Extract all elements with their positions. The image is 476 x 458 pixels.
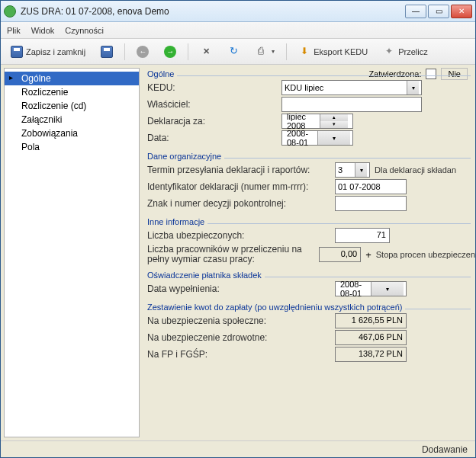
na-zdrow-value: 467,06 PLN: [335, 330, 407, 345]
date-field[interactable]: 2008-08-01 ▾: [281, 130, 353, 146]
decl-for-field[interactable]: lipiec 2008 ▴▾: [281, 114, 353, 129]
group-osw: Oświadczenie płatnika składek: [147, 271, 265, 280]
save-icon: [101, 46, 113, 58]
nav-label: Rozliczenie (cd): [21, 101, 86, 111]
export-kedu-label: Eksport KEDU: [314, 47, 368, 56]
menu-actions[interactable]: Czynności: [65, 26, 104, 35]
app-window: ZUS DRA: 01 07-2008, enova Demo — ▭ ✕ Pl…: [0, 0, 476, 458]
data-wyp-field[interactable]: 2008-08-01 ▾: [335, 281, 407, 296]
owner-label: Właściciel:: [147, 99, 277, 110]
data-wyp-value: 2008-08-01: [338, 280, 371, 298]
plus-icon[interactable]: +: [365, 249, 371, 261]
status-mode: Dodawanie: [422, 444, 468, 455]
ident-label: Identyfikator deklaracji (numer mm-rrrr)…: [147, 181, 330, 192]
nav-label: Pola: [21, 142, 40, 152]
back-icon: [137, 46, 149, 58]
menu-file[interactable]: Plik: [7, 26, 21, 35]
spin-up-icon[interactable]: ▴: [320, 114, 348, 121]
print-button[interactable]: ▾: [249, 43, 280, 61]
nav-item-zobowiazania[interactable]: Zobowiązania: [5, 127, 139, 140]
spin-down-icon[interactable]: ▾: [320, 121, 348, 128]
save-close-label: Zapisz i zamknij: [26, 47, 85, 56]
decl-for-label: Deklaracja za:: [147, 116, 277, 127]
recalc-button[interactable]: Przelicz: [378, 43, 433, 61]
liczba-prac-value: 0,00: [319, 247, 362, 262]
calc-icon: [383, 46, 395, 58]
tools-icon: [200, 46, 212, 58]
nav-item-rozliczenie-cd[interactable]: Rozliczenie (cd): [5, 99, 139, 113]
na-spol-value: 1 626,55 PLN: [335, 313, 407, 328]
nav-item-rozliczenie[interactable]: Rozliczenie: [5, 85, 139, 99]
kedu-value: KDU lipiec: [285, 83, 323, 92]
refresh-icon: [227, 46, 240, 58]
export-kedu-button[interactable]: Eksport KEDU: [293, 43, 373, 61]
group-general: Ogólne: [147, 69, 177, 78]
close-button[interactable]: ✕: [451, 5, 472, 18]
titlebar: ZUS DRA: 01 07-2008, enova Demo — ▭ ✕: [1, 1, 475, 22]
recalc-label: Przelicz: [398, 47, 428, 56]
tree-toggle-icon[interactable]: ▸: [9, 74, 17, 82]
na-fp-label: Na FP i FGŚP:: [147, 349, 330, 360]
app-icon: [4, 5, 16, 18]
chevron-down-icon: ▾: [355, 163, 367, 177]
chevron-down-icon: ▾: [272, 48, 275, 55]
back-button[interactable]: [131, 43, 154, 61]
nav-item-pola[interactable]: Pola: [5, 140, 139, 154]
group-org: Dane organizacyjne: [147, 152, 224, 161]
znak-label: Znak i numer decyzji pokontrolnej:: [147, 198, 330, 209]
menubar: Plik Widok Czynności: [1, 22, 475, 39]
nav-label: Rozliczenie: [21, 87, 68, 98]
liczba-ub-label: Liczba ubezpieczonych:: [147, 230, 330, 241]
toolbar: Zapisz i zamknij ▾ Eksport KEDU Przelicz: [1, 39, 475, 65]
date-value: 2008-08-01: [285, 129, 317, 147]
export-icon: [298, 46, 310, 58]
minimize-button[interactable]: —: [405, 5, 426, 18]
forward-icon: [164, 46, 176, 58]
group-other: Inne informacje: [147, 217, 207, 226]
separator: [286, 43, 287, 60]
nav-item-zalaczniki[interactable]: Załączniki: [5, 113, 139, 127]
na-spol-label: Na ubezpieczenia społeczne:: [147, 315, 330, 326]
kedu-label: KEDU:: [147, 82, 277, 93]
nav-label: Załączniki: [21, 114, 62, 125]
ident-field[interactable]: [335, 179, 407, 194]
statusbar: Dodawanie: [1, 440, 475, 457]
save-icon: [11, 46, 23, 58]
termin-value: 3: [338, 165, 343, 175]
chevron-down-icon: ▾: [407, 81, 419, 94]
termin-note: Dla deklaracji składan: [375, 165, 456, 175]
liczba-ub-value[interactable]: 71: [335, 228, 390, 243]
na-fp-value: 138,72 PLN: [335, 347, 407, 362]
date-label: Data:: [147, 133, 277, 143]
kedu-combo[interactable]: KDU lipiec ▾: [281, 80, 422, 95]
nav-tree[interactable]: ▸ Ogólne Rozliczenie Rozliczenie (cd) Za…: [4, 68, 140, 437]
form-panel: Zatwierdzona: Nie Ogólne KEDU: KDU lipie…: [140, 65, 475, 440]
data-wyp-label: Data wypełnienia:: [147, 283, 330, 294]
body: ▸ Ogólne Rozliczenie Rozliczenie (cd) Za…: [1, 65, 475, 440]
decl-for-value: lipiec 2008: [285, 112, 317, 130]
znak-field[interactable]: [335, 196, 407, 211]
chevron-down-icon: ▾: [317, 131, 351, 145]
window-title: ZUS DRA: 01 07-2008, enova Demo: [21, 6, 405, 17]
save-close-button[interactable]: Zapisz i zamknij: [5, 43, 91, 61]
liczba-prac-note: Stopa procen ubezpieczen: [376, 250, 475, 259]
refresh-button[interactable]: [222, 43, 245, 61]
tools-button[interactable]: [195, 43, 217, 61]
na-zdrow-label: Na ubezpieczenie zdrowotne:: [147, 332, 330, 343]
menu-view[interactable]: Widok: [31, 26, 55, 35]
print-icon: [255, 46, 267, 58]
termin-combo[interactable]: 3 ▾: [335, 162, 370, 178]
owner-field: [281, 97, 422, 112]
group-zest: Zestawienie kwot do zapłaty (po uwzględn…: [147, 303, 405, 312]
save-button[interactable]: [95, 43, 118, 61]
nav-label: Zobowiązania: [21, 128, 78, 139]
separator: [124, 43, 125, 60]
liczba-prac-label: Liczba pracowników w przeliczeniu na peł…: [147, 245, 314, 264]
forward-button[interactable]: [159, 43, 182, 61]
maximize-button[interactable]: ▭: [428, 5, 449, 18]
nav-item-ogolne[interactable]: ▸ Ogólne: [5, 72, 139, 85]
separator: [188, 43, 188, 60]
termin-label: Termin przesyłania deklaracji i raportów…: [147, 165, 330, 175]
chevron-down-icon: ▾: [371, 282, 404, 296]
nav-label: Ogólne: [21, 73, 51, 84]
